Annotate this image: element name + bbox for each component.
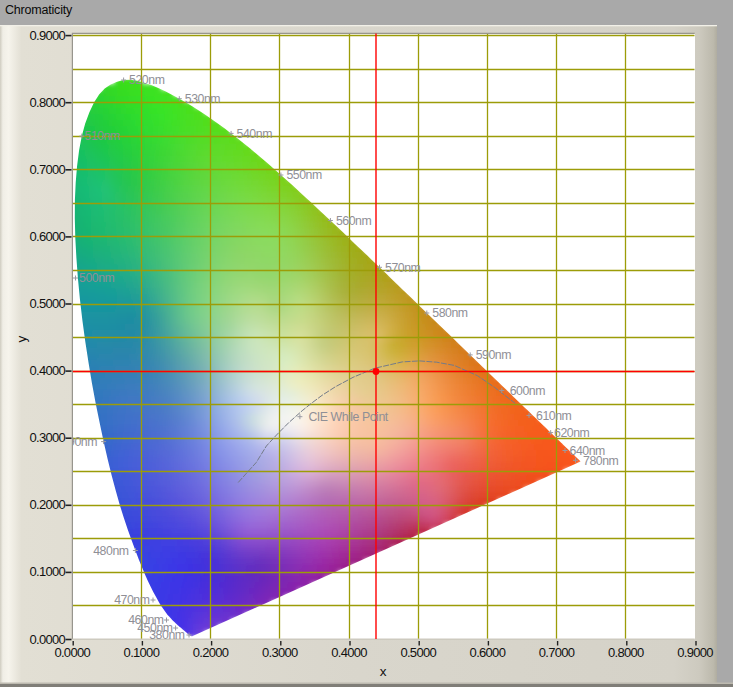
- svg-text:0.3000: 0.3000: [262, 645, 298, 660]
- svg-text:600nm: 600nm: [510, 384, 546, 398]
- svg-text:620nm: 620nm: [554, 426, 590, 440]
- svg-text:0.5000: 0.5000: [29, 296, 65, 311]
- svg-text:0.2000: 0.2000: [193, 645, 229, 660]
- svg-text:560nm: 560nm: [336, 214, 372, 228]
- svg-text:0.3000: 0.3000: [29, 430, 65, 445]
- svg-text:780nm: 780nm: [583, 454, 619, 468]
- svg-text:y: y: [14, 335, 29, 342]
- svg-text:0.4000: 0.4000: [29, 363, 65, 378]
- svg-text:610nm: 610nm: [536, 409, 572, 423]
- svg-text:0.2000: 0.2000: [29, 497, 65, 512]
- svg-text:530nm: 530nm: [185, 92, 221, 106]
- svg-text:0.1000: 0.1000: [29, 564, 65, 579]
- svg-text:0.0000: 0.0000: [29, 632, 65, 647]
- svg-text:590nm: 590nm: [476, 348, 512, 362]
- svg-text:0.7000: 0.7000: [29, 162, 65, 177]
- svg-text:0.9000: 0.9000: [677, 645, 713, 660]
- svg-text:0.5000: 0.5000: [400, 645, 436, 660]
- svg-text:x: x: [380, 664, 387, 679]
- svg-text:580nm: 580nm: [432, 306, 468, 320]
- svg-text:CIE While Point: CIE While Point: [308, 410, 388, 424]
- svg-text:510nm: 510nm: [85, 129, 121, 143]
- svg-text:550nm: 550nm: [286, 168, 322, 182]
- svg-text:0.4000: 0.4000: [331, 645, 367, 660]
- svg-text:0.1000: 0.1000: [124, 645, 160, 660]
- svg-text:470nm: 470nm: [114, 593, 150, 607]
- svg-text:520nm: 520nm: [129, 73, 165, 87]
- svg-text:0.6000: 0.6000: [29, 229, 65, 244]
- svg-text:0.0000: 0.0000: [54, 645, 90, 660]
- svg-text:0.6000: 0.6000: [470, 645, 506, 660]
- svg-text:Chromaticity: Chromaticity: [5, 3, 73, 17]
- svg-text:0.8000: 0.8000: [608, 645, 644, 660]
- svg-text:0.8000: 0.8000: [29, 95, 65, 110]
- svg-text:0.7000: 0.7000: [539, 645, 575, 660]
- svg-text:480nm: 480nm: [93, 544, 129, 558]
- svg-text:570nm: 570nm: [385, 261, 421, 275]
- svg-text:500nm: 500nm: [79, 271, 115, 285]
- svg-text:0.9000: 0.9000: [29, 28, 65, 43]
- svg-text:540nm: 540nm: [237, 127, 273, 141]
